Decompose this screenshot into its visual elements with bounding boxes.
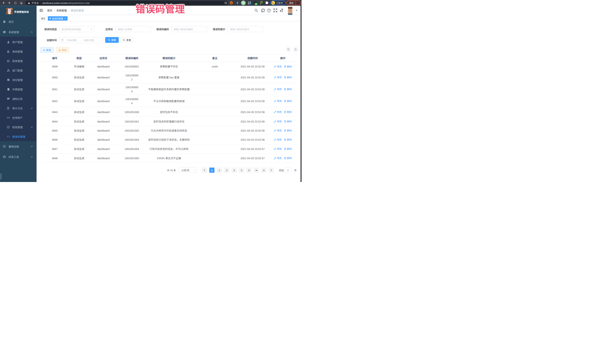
svg-text:on: on <box>255 3 257 5</box>
